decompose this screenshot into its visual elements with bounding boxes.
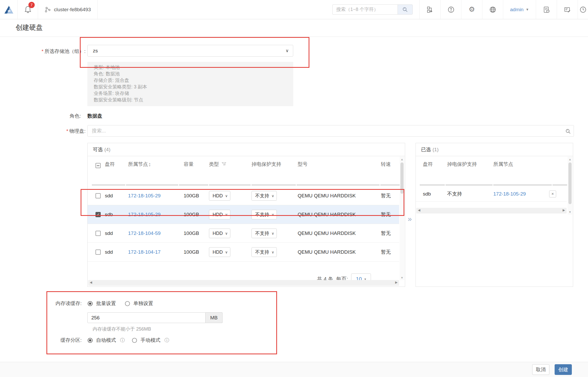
col-node[interactable]: 所属节点▴▾ bbox=[128, 161, 151, 168]
col-protection: 掉电保护支持 bbox=[251, 161, 281, 168]
disk-model: QEMU QEMU HARDDISK bbox=[298, 193, 356, 199]
protection-select[interactable]: 不支持∨ bbox=[251, 191, 277, 200]
available-title: 可选 bbox=[93, 146, 103, 153]
disk-model: QEMU QEMU HARDDISK bbox=[298, 230, 356, 236]
batch-radio[interactable] bbox=[88, 301, 93, 306]
single-radio[interactable] bbox=[125, 301, 130, 306]
title-divider bbox=[0, 37, 588, 37]
scrollbar-thumb[interactable] bbox=[568, 162, 572, 204]
globe-icon bbox=[489, 6, 496, 13]
audit-button[interactable] bbox=[557, 0, 578, 19]
horizontal-scrollbar[interactable]: ◀ ▶ bbox=[416, 208, 567, 214]
cluster-selector[interactable]: cluster-fe8b6493 bbox=[38, 0, 98, 19]
protection-select[interactable]: 不支持∨ bbox=[251, 247, 277, 257]
header-search-input[interactable] bbox=[332, 4, 398, 15]
physical-disk-search-input[interactable] bbox=[87, 125, 574, 137]
page-title: 创建硬盘 bbox=[16, 23, 43, 32]
col-type[interactable]: 类型 bbox=[209, 161, 226, 168]
col-speed: 转速 bbox=[381, 161, 391, 168]
select-all-checkbox[interactable] bbox=[95, 163, 101, 168]
cancel-button[interactable]: 取消 bbox=[532, 364, 549, 375]
task-log-button[interactable] bbox=[536, 0, 557, 19]
info-icon[interactable]: ⓘ bbox=[164, 338, 169, 343]
header-underline bbox=[209, 184, 251, 186]
disk-model: QEMU QEMU HARDDISK bbox=[298, 212, 356, 217]
node-link[interactable]: 172-18-105-29 bbox=[128, 212, 161, 217]
notifications-button[interactable]: 7 bbox=[18, 0, 38, 19]
topology-button[interactable] bbox=[419, 0, 440, 19]
scroll-left-icon[interactable]: ◀ bbox=[418, 208, 420, 212]
scroll-up-icon[interactable]: ▲ bbox=[400, 158, 404, 161]
language-button[interactable] bbox=[482, 0, 503, 19]
create-button[interactable]: 创建 bbox=[555, 364, 572, 375]
vertical-scrollbar[interactable]: ▲ ▼ bbox=[400, 157, 404, 280]
table-row[interactable]: sdd 172-18-104-17 100GB HDD∨ 不支持∨ QEMU Q… bbox=[88, 243, 399, 262]
role-label: 角色: bbox=[10, 113, 81, 119]
pool-select[interactable]: zs ∨ bbox=[87, 45, 293, 57]
scroll-right-icon[interactable]: ▶ bbox=[563, 208, 565, 212]
selected-disks-panel: 已选 (1) 盘符 掉电保护支持 所属节点 sdb 不支持 172-18-105… bbox=[416, 143, 573, 287]
pool-info-line: 数据安全策略类型: 3 副本 bbox=[94, 84, 287, 90]
app-logo[interactable] bbox=[0, 0, 18, 19]
horizontal-scrollbar[interactable]: ◀ ▶ bbox=[88, 280, 399, 286]
header-search bbox=[332, 0, 413, 19]
pool-info-line: 角色: 数据池 bbox=[94, 71, 287, 77]
top-bar: 7 cluster-fe8b6493 bbox=[0, 0, 588, 19]
scroll-up-icon[interactable]: ▲ bbox=[568, 158, 572, 161]
scroll-down-icon[interactable]: ▼ bbox=[568, 210, 572, 214]
info-icon[interactable]: ⓘ bbox=[120, 338, 125, 343]
help-button[interactable] bbox=[440, 0, 461, 19]
scroll-down-icon[interactable]: ▼ bbox=[400, 276, 404, 279]
auto-mode-radio[interactable] bbox=[88, 338, 93, 343]
table-row[interactable]: sdd 172-18-105-29 100GB HDD∨ 不支持∨ QEMU Q… bbox=[88, 186, 399, 205]
user-menu-label: admin bbox=[510, 7, 524, 13]
col-letter: 盘符 bbox=[423, 161, 433, 168]
create-disk-page: 7 cluster-fe8b6493 bbox=[0, 0, 588, 377]
settings-button[interactable]: ⚙ bbox=[461, 0, 482, 19]
vertical-scrollbar[interactable]: ▲ ▼ bbox=[568, 157, 572, 215]
sort-icon[interactable]: ▴▾ bbox=[149, 162, 151, 167]
disk-capacity: 100GB bbox=[184, 249, 199, 255]
header-underline bbox=[553, 184, 567, 186]
protection-select[interactable]: 不支持∨ bbox=[251, 228, 277, 238]
row-checkbox-checked[interactable] bbox=[95, 212, 101, 217]
remove-disk-button[interactable]: × bbox=[549, 190, 556, 197]
type-select[interactable]: HDD∨ bbox=[209, 191, 230, 200]
selected-title: 已选 bbox=[421, 146, 431, 153]
scrollbar-thumb[interactable] bbox=[400, 162, 404, 194]
disk-speed: 暂无 bbox=[381, 249, 391, 256]
close-icon: × bbox=[551, 192, 554, 196]
header-search-button[interactable] bbox=[398, 4, 413, 15]
cache-size-input[interactable] bbox=[87, 312, 206, 323]
node-link[interactable]: 172-18-104-59 bbox=[128, 230, 161, 236]
selected-panel-header: 已选 (1) bbox=[416, 143, 573, 156]
chevron-down-icon: ∨ bbox=[286, 48, 289, 53]
user-menu[interactable]: admin ▼ bbox=[503, 0, 536, 19]
scroll-right-icon[interactable]: ▶ bbox=[395, 281, 398, 284]
protection-select[interactable]: 不支持∨ bbox=[251, 210, 277, 219]
type-select[interactable]: HDD∨ bbox=[209, 228, 230, 238]
col-model: 型号 bbox=[298, 161, 308, 168]
cache-partition-label: 缓存分区: bbox=[16, 337, 82, 344]
filter-icon[interactable] bbox=[222, 162, 226, 166]
help-icon bbox=[447, 6, 455, 13]
header-underline bbox=[179, 184, 208, 186]
history-button[interactable] bbox=[578, 0, 588, 19]
type-select[interactable]: HDD∨ bbox=[209, 210, 230, 219]
row-checkbox[interactable] bbox=[95, 250, 101, 255]
table-row[interactable]: sdd 172-18-104-59 100GB HDD∨ 不支持∨ QEMU Q… bbox=[88, 224, 399, 243]
disk-model: QEMU QEMU HARDDISK bbox=[298, 249, 356, 255]
node-link[interactable]: 172-18-105-29 bbox=[128, 193, 161, 198]
row-checkbox[interactable] bbox=[95, 193, 101, 198]
search-icon[interactable] bbox=[565, 128, 571, 135]
scroll-left-icon[interactable]: ◀ bbox=[90, 281, 92, 284]
table-row-selected[interactable]: sdb 172-18-105-29 100GB HDD∨ 不支持∨ QEMU Q… bbox=[88, 205, 399, 224]
disk-letter: sdb bbox=[105, 212, 113, 217]
row-checkbox[interactable] bbox=[95, 231, 101, 236]
manual-mode-radio[interactable] bbox=[132, 338, 137, 343]
search-icon bbox=[402, 7, 408, 13]
type-select[interactable]: HDD∨ bbox=[209, 247, 230, 257]
node-link[interactable]: 172-18-104-17 bbox=[128, 249, 161, 255]
move-to-selected-button[interactable]: » bbox=[408, 215, 412, 223]
node-link[interactable]: 172-18-105-29 bbox=[493, 191, 526, 197]
